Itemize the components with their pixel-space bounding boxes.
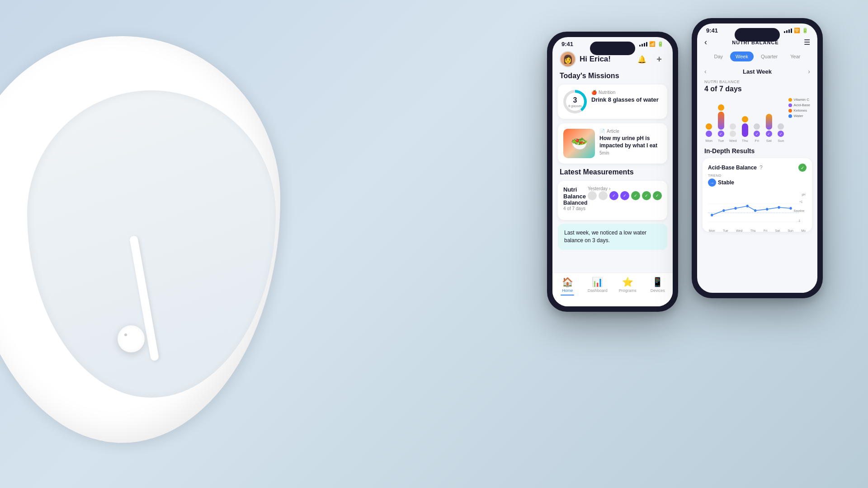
programs-nav-icon: ⭐ <box>622 277 633 287</box>
measurements-header: Nutri Balance Balanced 4 of 7 days Yeste… <box>563 186 662 211</box>
dynamic-island-2 <box>735 28 780 42</box>
svg-point-8 <box>754 209 756 212</box>
chart-bars-fri: ✓ <box>754 101 760 137</box>
notification-icon[interactable]: 🔔 <box>636 53 648 66</box>
add-icon[interactable]: + <box>653 53 665 66</box>
status-time-1: 9:41 <box>561 41 573 47</box>
chart-legend: Vitamin C Acid-Base Ketones Water <box>788 98 810 118</box>
home-nav-underline <box>561 295 574 296</box>
nutri-balance-label: NUTRI BALANCE <box>697 80 817 85</box>
nav-item-devices[interactable]: 📱 Devices <box>643 277 673 293</box>
x-label-mo: Mo <box>801 229 806 232</box>
menu-icon[interactable]: ☰ <box>804 38 810 47</box>
next-week-button[interactable]: › <box>808 68 810 75</box>
vitamin-c-mon <box>706 123 712 130</box>
line-chart-svg: pH +1 Baseline -1 <box>708 190 807 226</box>
result-card-title: Acid-Base Balance <box>708 164 757 171</box>
week-nav: ‹ Last Week › <box>697 66 817 80</box>
svg-point-7 <box>746 205 749 207</box>
x-label-thu: Thu <box>750 229 756 232</box>
dynamic-island-1 <box>590 42 635 55</box>
dot-1 <box>588 191 597 200</box>
tab-week[interactable]: Week <box>730 52 754 61</box>
day-label-thu: Thu <box>742 139 748 143</box>
article-thumbnail: 🥗 <box>563 129 595 158</box>
svg-point-9 <box>766 208 768 211</box>
chart-bars-tue: ✓ <box>718 101 724 137</box>
chart-col-wed: Wed <box>728 101 738 143</box>
week-label: Last Week <box>743 68 772 75</box>
dot-2 <box>599 191 608 200</box>
dot-7: ✓ <box>653 191 662 200</box>
svg-point-11 <box>790 207 792 210</box>
measurements-card[interactable]: Nutri Balance Balanced 4 of 7 days Yeste… <box>558 181 667 220</box>
chart-bars-mon <box>706 101 712 137</box>
bar-sat <box>766 114 772 130</box>
article-icon: 📄 <box>599 129 605 134</box>
day-label-fri: Fri <box>755 139 759 143</box>
day-label-wed: Wed <box>729 139 736 143</box>
home-nav-label: Home <box>562 288 573 293</box>
svg-point-6 <box>734 207 736 210</box>
chart-bars-sun: ✓ <box>778 101 784 137</box>
user-avatar[interactable]: 👩 <box>560 51 576 67</box>
back-button[interactable]: ‹ <box>704 38 707 47</box>
dashboard-nav-icon: 📊 <box>592 277 603 287</box>
check-fri: ✓ <box>754 131 760 137</box>
legend-vitamin-c: Vitamin C <box>788 98 810 102</box>
svg-point-4 <box>711 214 713 216</box>
tab-quarter[interactable]: Quarter <box>755 52 783 61</box>
time-tabs: Day Week Quarter Year <box>697 52 817 66</box>
mission-type: 🍎 Nutrition <box>591 90 662 95</box>
acid-base-wed <box>730 131 736 137</box>
article-card[interactable]: 🥗 📄 Article How my urine pH is impacted … <box>558 123 667 164</box>
nav-item-programs[interactable]: ⭐ Programs <box>613 277 643 293</box>
toilet-background-image <box>0 0 339 488</box>
battery-icon-2: 🔋 <box>802 28 808 33</box>
mission-progress-circle: 3 8 glasses <box>563 90 587 113</box>
nutrition-icon: 🍎 <box>591 90 597 95</box>
x-label-wed: Wed <box>736 229 742 232</box>
x-label-tue: Tue <box>723 229 728 232</box>
nav-item-dashboard[interactable]: 📊 Dashboard <box>583 277 613 293</box>
vitamin-c-thu <box>742 116 748 122</box>
chart-col-tue: ✓ Tue <box>717 101 726 143</box>
legend-dot-acid-base <box>788 103 792 107</box>
bottom-nav: 🏠 Home 📊 Dashboard ⭐ Programs 📱 Devices <box>552 272 673 306</box>
acid-base-mon <box>706 131 712 137</box>
dashboard-nav-label: Dashboard <box>588 288 608 293</box>
chart-col-fri: ✓ Fri <box>752 101 762 143</box>
vitamin-c-tue <box>718 104 724 111</box>
legend-ketones: Ketones <box>788 108 810 113</box>
card-subtitle: Balanced <box>563 200 588 206</box>
phone-nutri-screen: 9:41 🛜 🔋 ‹ NUTRI BALANCE ☰ <box>697 23 817 293</box>
chart-col-sat: ✓ Sat <box>764 101 774 143</box>
tab-day[interactable]: Day <box>708 52 728 61</box>
nav-item-home[interactable]: 🏠 Home <box>552 277 583 296</box>
battery-icon: 🔋 <box>657 41 664 47</box>
prev-week-button[interactable]: ‹ <box>704 68 707 75</box>
help-icon[interactable]: ? <box>760 164 763 171</box>
water-mission-card[interactable]: 3 8 glasses 🍎 Nutrition Drink 8 glasses … <box>558 84 667 119</box>
svg-point-5 <box>722 209 725 212</box>
status-icons-2: 🛜 🔋 <box>784 28 808 33</box>
legend-dot-ketones <box>788 109 792 113</box>
day-label-sun: Sun <box>778 139 784 143</box>
phone-home-screen: 9:41 📶 🔋 👩 Hi Erica! <box>552 37 673 306</box>
svg-text:Baseline: Baseline <box>794 209 805 212</box>
bar-tue <box>718 112 724 130</box>
alert-text: Last week, we noticed a low water balanc… <box>564 230 646 244</box>
acid-base-result-card[interactable]: Acid-Base Balance ? ✓ TREND → Stable <box>703 158 812 232</box>
chart-with-legend: Mon ✓ Tue <box>704 98 810 143</box>
bar-thu <box>742 123 748 137</box>
stable-arrow-icon: → <box>708 178 716 187</box>
header-icons: 🔔 + <box>636 53 665 66</box>
missions-title: Today's Missions <box>552 72 673 84</box>
dot-4: ✓ <box>620 191 629 200</box>
chart-col-mon: Mon <box>704 101 714 143</box>
greeting-text: Hi Erica! <box>580 55 611 64</box>
dot-3: ✓ <box>609 191 618 200</box>
measurements-title: Latest Measurements <box>552 168 673 181</box>
tab-year[interactable]: Year <box>785 52 806 61</box>
chart-bars-wed <box>730 101 736 137</box>
